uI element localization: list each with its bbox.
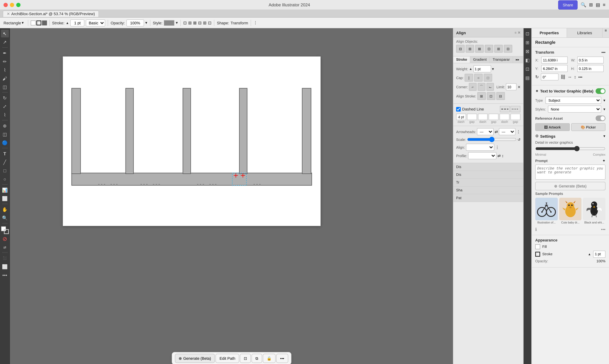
align-stroke-center-btn[interactable]: ⊞ — [477, 92, 486, 100]
align-icon-5[interactable]: ⊞ — [203, 20, 207, 25]
pencil-tool[interactable]: ✏ — [1, 58, 9, 65]
wand-icon[interactable]: ✦ — [602, 158, 606, 163]
more-options-btn[interactable]: ••• — [601, 227, 606, 232]
share-button[interactable]: Share — [558, 0, 578, 9]
search-icon[interactable]: 🔍 — [581, 2, 586, 7]
right-tool-6[interactable]: ▤ — [524, 74, 531, 81]
align-right-btn[interactable]: ⊠ — [475, 45, 484, 52]
y-input[interactable] — [541, 65, 568, 72]
limit-close-icon[interactable]: ✕ — [518, 85, 520, 89]
stroke-tab[interactable]: Stroke — [453, 56, 470, 63]
hand-tool[interactable]: ✋ — [1, 206, 9, 213]
more-options-icon[interactable]: ⋮ — [254, 20, 257, 25]
stroke-input[interactable] — [70, 19, 85, 26]
dash-preset-1-btn[interactable] — [500, 106, 510, 112]
corner-miter-btn[interactable]: ⌐ — [469, 83, 477, 91]
windows-icon[interactable]: ⊞ — [589, 2, 593, 7]
h-input[interactable] — [577, 65, 604, 72]
maximize-button[interactable] — [16, 3, 20, 7]
right-tool-5[interactable]: ⊡ — [524, 65, 531, 73]
blob-brush-tool[interactable]: 🖌 — [1, 75, 9, 82]
profile-flip-icon[interactable]: ⇄ — [497, 153, 501, 158]
close-button[interactable] — [3, 3, 8, 7]
edit-path-button[interactable]: Edit Path — [216, 354, 239, 363]
styles-select[interactable]: None — [548, 105, 601, 113]
align-panel-close[interactable]: ≡ ✕ — [515, 31, 520, 35]
pen-tool[interactable]: ✒ — [1, 49, 9, 57]
opacity-input[interactable] — [126, 19, 144, 26]
align-bottom-btn[interactable]: ⊟ — [504, 45, 512, 52]
flip-v-icon[interactable]: ↕ — [574, 75, 576, 79]
align-icon-1[interactable]: ⊡ — [183, 20, 187, 25]
cap-butt-btn[interactable]: | — [465, 74, 473, 81]
sample-prompt-2[interactable]: Cute baby dr... — [559, 198, 582, 224]
gradient-tab[interactable]: Gradient — [470, 56, 490, 63]
right-tool-3[interactable]: ⊠ — [524, 47, 531, 55]
ellipse-tool[interactable]: ○ — [1, 175, 9, 183]
menu-icon[interactable]: ≡ — [603, 2, 606, 7]
rotate-input[interactable] — [541, 73, 558, 80]
eyedropper-tool[interactable]: 🔵 — [1, 139, 9, 146]
minimize-button[interactable] — [10, 3, 14, 7]
type-select[interactable]: Subject — [546, 97, 601, 104]
stroke-weight-input[interactable] — [593, 250, 606, 258]
transparency-tab[interactable]: Transparar — [490, 56, 513, 63]
arrowhead-start-select[interactable]: — — [477, 128, 493, 135]
align-icon-6[interactable]: ⊡ — [208, 20, 211, 25]
file-tab-close[interactable]: ✕ — [7, 12, 10, 16]
stroke-color-swatch[interactable] — [535, 252, 540, 257]
w-input[interactable] — [577, 56, 604, 64]
arrowhead-swap-icon[interactable]: ⇄ — [495, 130, 498, 134]
gradient-tool[interactable]: ◫ — [1, 130, 9, 138]
fill-swatch[interactable] — [31, 20, 36, 25]
shape-selector[interactable]: Rectangle ▾ — [2, 20, 25, 26]
panels-icon[interactable]: ▤ — [596, 2, 600, 7]
panel-menu-btn[interactable]: ≡ — [522, 56, 524, 63]
draw-inside-btn[interactable]: ⬜ — [1, 263, 9, 271]
cap-square-btn[interactable]: □ — [484, 74, 492, 81]
align-top-btn[interactable]: ⊡ — [485, 45, 493, 52]
eraser-tool[interactable]: ◫ — [1, 83, 9, 91]
rect-tool[interactable]: □ — [1, 167, 9, 174]
canvas-area[interactable]: ⊕ Generate (Beta) Edit Path ⊡ ⧉ 🔒 ••• 53… — [10, 28, 453, 364]
dashed-line-checkbox[interactable] — [456, 107, 461, 111]
align-arrows-select[interactable] — [466, 144, 494, 151]
none-color-btn[interactable]: ⊘ — [1, 235, 9, 243]
rotate-tool[interactable]: ↻ — [1, 94, 9, 102]
ttv-toggle[interactable] — [596, 88, 606, 94]
prompt-input[interactable] — [535, 165, 606, 180]
generate-beta-button[interactable]: ⊕ Generate (Beta) — [535, 182, 606, 190]
scale-tool[interactable]: ⤢ — [1, 102, 9, 110]
weight-up-icon[interactable]: ▲ — [469, 67, 472, 71]
detail-slider[interactable] — [535, 146, 606, 151]
isolation-button[interactable]: ⊡ — [240, 354, 251, 363]
shape-builder-tool[interactable]: ⊕ — [1, 122, 9, 130]
stroke-up-icon[interactable]: ▲ — [588, 252, 591, 256]
ref-asset-toggle[interactable] — [596, 116, 606, 121]
graph-tool[interactable]: 📊 — [1, 186, 9, 194]
constrain-icon[interactable]: ⛓ — [561, 74, 566, 80]
weight-input[interactable] — [473, 65, 491, 72]
artwork-btn[interactable]: 🖼 Artwork — [535, 123, 570, 131]
duplicate-bottom-button[interactable]: ⧉ — [252, 354, 262, 363]
props-panel-menu-btn[interactable]: ≡ — [602, 28, 609, 38]
scale-slider[interactable] — [467, 137, 517, 142]
right-tool-4[interactable]: ◧ — [524, 56, 531, 64]
align-icon-2[interactable]: ⊞ — [188, 20, 192, 25]
sample-prompt-3[interactable]: Black and whi... — [583, 198, 606, 224]
file-tab[interactable]: ✕ ArchiBlox-Section.ai* @ 53.74 % (RGB/P… — [3, 10, 99, 17]
picker-btn[interactable]: 🎨 Picker — [571, 123, 606, 131]
corner-bevel-btn[interactable]: ⌙ — [486, 83, 494, 91]
corner-round-btn[interactable]: ⌒ — [478, 83, 485, 91]
swap-colors-btn[interactable]: ⇄ — [1, 243, 9, 251]
dash-preset-2-btn[interactable] — [510, 106, 520, 112]
zoom-tool[interactable]: 🔍 — [1, 214, 9, 222]
properties-tab[interactable]: Properties — [532, 28, 567, 38]
profile-select[interactable] — [468, 152, 496, 159]
align-left-btn[interactable]: ⊟ — [456, 45, 465, 52]
align-icon-3[interactable]: ⊠ — [193, 20, 197, 25]
stroke-select[interactable]: Basic — [86, 19, 105, 26]
line-tool[interactable]: ╱ — [1, 158, 9, 166]
brush-tool[interactable]: ⌇ — [1, 66, 9, 74]
x-input[interactable] — [541, 56, 568, 64]
